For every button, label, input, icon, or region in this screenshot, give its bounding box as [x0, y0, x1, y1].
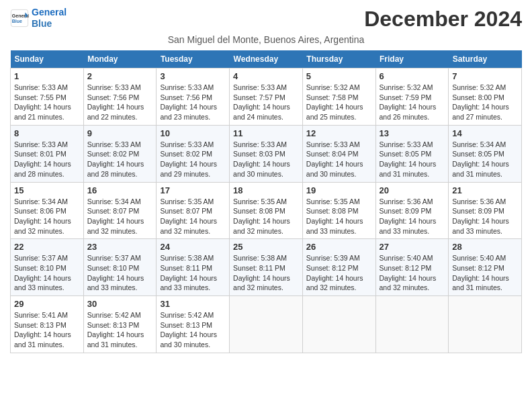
day-number: 26 [306, 242, 372, 252]
day-info: Sunrise: 5:42 AM Sunset: 8:13 PM Dayligh… [87, 310, 153, 350]
calendar-cell: 7Sunrise: 5:32 AM Sunset: 8:00 PM Daylig… [449, 68, 522, 126]
day-info: Sunrise: 5:42 AM Sunset: 8:13 PM Dayligh… [160, 310, 226, 350]
day-info: Sunrise: 5:39 AM Sunset: 8:12 PM Dayligh… [306, 253, 372, 293]
calendar-cell: 23Sunrise: 5:37 AM Sunset: 8:10 PM Dayli… [83, 239, 157, 296]
day-number: 22 [14, 242, 80, 252]
logo-icon: General Blue [10, 9, 29, 28]
calendar-week-row: 29Sunrise: 5:41 AM Sunset: 8:13 PM Dayli… [11, 296, 522, 353]
day-number: 30 [87, 299, 153, 309]
day-info: Sunrise: 5:33 AM Sunset: 8:03 PM Dayligh… [233, 140, 299, 179]
day-number: 25 [233, 242, 299, 252]
day-info: Sunrise: 5:37 AM Sunset: 8:10 PM Dayligh… [87, 253, 153, 293]
day-info: Sunrise: 5:38 AM Sunset: 8:11 PM Dayligh… [160, 253, 226, 293]
calendar-cell: 28Sunrise: 5:40 AM Sunset: 8:12 PM Dayli… [449, 239, 522, 296]
calendar-cell: 21Sunrise: 5:36 AM Sunset: 8:09 PM Dayli… [449, 182, 522, 239]
calendar-cell: 22Sunrise: 5:37 AM Sunset: 8:10 PM Dayli… [11, 239, 84, 296]
day-number: 16 [87, 185, 153, 195]
weekday-header-monday: Monday [83, 50, 157, 68]
day-info: Sunrise: 5:35 AM Sunset: 8:08 PM Dayligh… [233, 197, 299, 236]
calendar-cell: 29Sunrise: 5:41 AM Sunset: 8:13 PM Dayli… [11, 296, 84, 353]
day-number: 14 [452, 128, 518, 138]
calendar-cell: 16Sunrise: 5:34 AM Sunset: 8:07 PM Dayli… [83, 182, 157, 239]
location-subtitle: San Miguel del Monte, Buenos Aires, Arge… [10, 34, 522, 45]
day-number: 2 [87, 71, 153, 81]
day-info: Sunrise: 5:32 AM Sunset: 8:00 PM Dayligh… [452, 83, 518, 122]
day-number: 12 [306, 128, 372, 138]
day-number: 28 [452, 242, 518, 252]
day-info: Sunrise: 5:32 AM Sunset: 7:59 PM Dayligh… [380, 83, 445, 122]
day-number: 11 [233, 128, 299, 138]
day-number: 18 [233, 185, 299, 195]
day-info: Sunrise: 5:34 AM Sunset: 8:05 PM Dayligh… [452, 140, 518, 179]
day-info: Sunrise: 5:41 AM Sunset: 8:13 PM Dayligh… [14, 310, 80, 350]
calendar-cell: 3Sunrise: 5:33 AM Sunset: 7:56 PM Daylig… [157, 68, 230, 126]
day-info: Sunrise: 5:37 AM Sunset: 8:10 PM Dayligh… [14, 253, 80, 293]
day-number: 9 [87, 128, 153, 138]
day-info: Sunrise: 5:33 AM Sunset: 8:02 PM Dayligh… [160, 140, 226, 179]
weekday-header-friday: Friday [375, 50, 449, 68]
calendar-cell: 18Sunrise: 5:35 AM Sunset: 8:08 PM Dayli… [230, 182, 303, 239]
day-number: 15 [14, 185, 80, 195]
day-number: 4 [233, 71, 299, 81]
day-number: 29 [14, 299, 80, 309]
day-info: Sunrise: 5:35 AM Sunset: 8:07 PM Dayligh… [160, 197, 226, 236]
day-info: Sunrise: 5:32 AM Sunset: 7:58 PM Dayligh… [306, 83, 372, 122]
day-number: 17 [160, 185, 226, 195]
calendar-cell: 25Sunrise: 5:38 AM Sunset: 8:11 PM Dayli… [230, 239, 303, 296]
day-number: 7 [452, 71, 518, 81]
weekday-header-saturday: Saturday [449, 50, 522, 68]
day-number: 20 [380, 185, 445, 195]
day-info: Sunrise: 5:40 AM Sunset: 8:12 PM Dayligh… [452, 253, 518, 293]
month-title: December 2024 [364, 7, 522, 32]
day-number: 24 [160, 242, 226, 252]
calendar-cell [375, 296, 449, 353]
day-info: Sunrise: 5:38 AM Sunset: 8:11 PM Dayligh… [233, 253, 299, 293]
day-number: 1 [14, 71, 80, 81]
calendar-cell: 9Sunrise: 5:33 AM Sunset: 8:02 PM Daylig… [83, 125, 157, 182]
day-info: Sunrise: 5:33 AM Sunset: 8:01 PM Dayligh… [14, 140, 80, 179]
calendar-cell: 12Sunrise: 5:33 AM Sunset: 8:04 PM Dayli… [302, 125, 375, 182]
day-number: 6 [380, 71, 445, 81]
day-number: 27 [380, 242, 445, 252]
day-number: 8 [14, 128, 80, 138]
calendar-cell: 13Sunrise: 5:33 AM Sunset: 8:05 PM Dayli… [375, 125, 449, 182]
calendar-week-row: 1Sunrise: 5:33 AM Sunset: 7:55 PM Daylig… [11, 68, 522, 126]
day-info: Sunrise: 5:34 AM Sunset: 8:06 PM Dayligh… [14, 197, 80, 236]
day-number: 5 [306, 71, 372, 81]
weekday-header-thursday: Thursday [302, 50, 375, 68]
day-info: Sunrise: 5:33 AM Sunset: 7:55 PM Dayligh… [14, 83, 80, 122]
svg-text:Blue: Blue [12, 19, 22, 24]
day-number: 31 [160, 299, 226, 309]
day-info: Sunrise: 5:33 AM Sunset: 8:02 PM Dayligh… [87, 140, 153, 179]
calendar-cell: 30Sunrise: 5:42 AM Sunset: 8:13 PM Dayli… [83, 296, 157, 353]
day-info: Sunrise: 5:34 AM Sunset: 8:07 PM Dayligh… [87, 197, 153, 236]
day-info: Sunrise: 5:36 AM Sunset: 8:09 PM Dayligh… [380, 197, 445, 236]
calendar-week-row: 8Sunrise: 5:33 AM Sunset: 8:01 PM Daylig… [11, 125, 522, 182]
calendar-cell: 10Sunrise: 5:33 AM Sunset: 8:02 PM Dayli… [157, 125, 230, 182]
calendar-cell: 20Sunrise: 5:36 AM Sunset: 8:09 PM Dayli… [375, 182, 449, 239]
day-number: 21 [452, 185, 518, 195]
day-info: Sunrise: 5:36 AM Sunset: 8:09 PM Dayligh… [452, 197, 518, 236]
calendar-table: SundayMondayTuesdayWednesdayThursdayFrid… [10, 50, 522, 353]
calendar-cell: 27Sunrise: 5:40 AM Sunset: 8:12 PM Dayli… [375, 239, 449, 296]
day-info: Sunrise: 5:33 AM Sunset: 8:04 PM Dayligh… [306, 140, 372, 179]
logo-general: General [32, 7, 66, 17]
calendar-cell: 5Sunrise: 5:32 AM Sunset: 7:58 PM Daylig… [302, 68, 375, 126]
day-number: 23 [87, 242, 153, 252]
calendar-week-row: 15Sunrise: 5:34 AM Sunset: 8:06 PM Dayli… [11, 182, 522, 239]
weekday-header-wednesday: Wednesday [230, 50, 303, 68]
calendar-cell: 15Sunrise: 5:34 AM Sunset: 8:06 PM Dayli… [11, 182, 84, 239]
weekday-header-sunday: Sunday [11, 50, 84, 68]
calendar-cell [449, 296, 522, 353]
calendar-cell: 19Sunrise: 5:35 AM Sunset: 8:08 PM Dayli… [302, 182, 375, 239]
day-info: Sunrise: 5:33 AM Sunset: 7:56 PM Dayligh… [160, 83, 226, 122]
calendar-cell: 11Sunrise: 5:33 AM Sunset: 8:03 PM Dayli… [230, 125, 303, 182]
calendar-cell: 14Sunrise: 5:34 AM Sunset: 8:05 PM Dayli… [449, 125, 522, 182]
calendar-cell: 26Sunrise: 5:39 AM Sunset: 8:12 PM Dayli… [302, 239, 375, 296]
calendar-cell [230, 296, 303, 353]
svg-rect-0 [11, 9, 28, 26]
day-number: 3 [160, 71, 226, 81]
day-info: Sunrise: 5:40 AM Sunset: 8:12 PM Dayligh… [380, 253, 445, 293]
day-info: Sunrise: 5:33 AM Sunset: 7:56 PM Dayligh… [87, 83, 153, 122]
logo: General Blue General Blue [10, 7, 66, 30]
